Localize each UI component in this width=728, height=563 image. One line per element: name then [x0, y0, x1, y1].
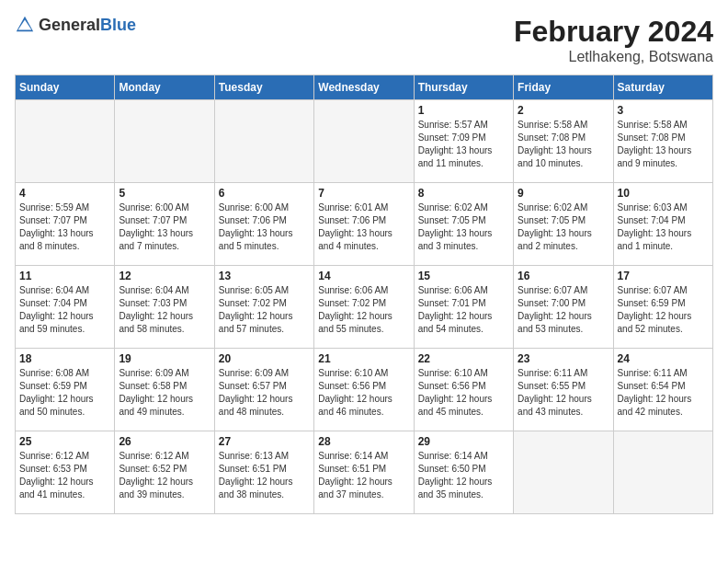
calendar-week-row: 11Sunrise: 6:04 AM Sunset: 7:04 PM Dayli…	[16, 266, 713, 349]
day-info: Sunrise: 6:00 AM Sunset: 7:06 PM Dayligh…	[219, 201, 310, 253]
day-info: Sunrise: 6:03 AM Sunset: 7:04 PM Dayligh…	[618, 201, 709, 253]
calendar-cell: 6Sunrise: 6:00 AM Sunset: 7:06 PM Daylig…	[214, 183, 313, 266]
calendar-cell: 15Sunrise: 6:06 AM Sunset: 7:01 PM Dayli…	[414, 266, 513, 349]
logo-blue: Blue	[100, 16, 136, 34]
day-number: 5	[119, 187, 210, 200]
calendar-week-row: 1Sunrise: 5:57 AM Sunset: 7:09 PM Daylig…	[16, 100, 713, 183]
day-info: Sunrise: 6:14 AM Sunset: 6:51 PM Dayligh…	[318, 450, 409, 501]
day-info: Sunrise: 5:58 AM Sunset: 7:08 PM Dayligh…	[518, 119, 609, 170]
day-info: Sunrise: 5:58 AM Sunset: 7:08 PM Dayligh…	[618, 119, 709, 170]
calendar-cell: 14Sunrise: 6:06 AM Sunset: 7:02 PM Dayli…	[314, 266, 414, 349]
day-number: 26	[119, 435, 210, 448]
calendar-cell: 7Sunrise: 6:01 AM Sunset: 7:06 PM Daylig…	[314, 183, 414, 266]
day-info: Sunrise: 6:11 AM Sunset: 6:54 PM Dayligh…	[618, 367, 709, 419]
calendar-cell	[314, 100, 414, 183]
day-info: Sunrise: 6:14 AM Sunset: 6:50 PM Dayligh…	[418, 450, 509, 501]
day-number: 14	[318, 270, 409, 282]
weekday-header: Sunday	[16, 75, 115, 100]
day-info: Sunrise: 6:02 AM Sunset: 7:05 PM Dayligh…	[518, 201, 609, 253]
calendar-cell: 24Sunrise: 6:11 AM Sunset: 6:54 PM Dayli…	[613, 349, 712, 431]
calendar-cell: 2Sunrise: 5:58 AM Sunset: 7:08 PM Daylig…	[514, 100, 613, 183]
day-info: Sunrise: 6:07 AM Sunset: 7:00 PM Dayligh…	[518, 284, 609, 336]
calendar-cell: 1Sunrise: 5:57 AM Sunset: 7:09 PM Daylig…	[414, 100, 513, 183]
day-info: Sunrise: 6:10 AM Sunset: 6:56 PM Dayligh…	[418, 367, 509, 419]
day-number: 4	[19, 187, 110, 200]
calendar-cell: 5Sunrise: 6:00 AM Sunset: 7:07 PM Daylig…	[115, 183, 214, 266]
day-number: 11	[19, 270, 110, 282]
day-number: 22	[418, 352, 509, 365]
day-info: Sunrise: 6:06 AM Sunset: 7:01 PM Dayligh…	[418, 284, 509, 336]
calendar-week-row: 18Sunrise: 6:08 AM Sunset: 6:59 PM Dayli…	[16, 349, 713, 431]
calendar-cell: 23Sunrise: 6:11 AM Sunset: 6:55 PM Dayli…	[514, 349, 613, 431]
calendar-cell: 26Sunrise: 6:12 AM Sunset: 6:52 PM Dayli…	[115, 431, 214, 514]
calendar-cell: 11Sunrise: 6:04 AM Sunset: 7:04 PM Dayli…	[16, 266, 115, 349]
day-number: 12	[119, 270, 210, 282]
calendar-cell: 22Sunrise: 6:10 AM Sunset: 6:56 PM Dayli…	[414, 349, 513, 431]
day-number: 2	[518, 104, 609, 117]
calendar-week-row: 4Sunrise: 5:59 AM Sunset: 7:07 PM Daylig…	[16, 183, 713, 266]
day-number: 1	[418, 104, 509, 117]
calendar-cell: 4Sunrise: 5:59 AM Sunset: 7:07 PM Daylig…	[16, 183, 115, 266]
calendar-cell: 8Sunrise: 6:02 AM Sunset: 7:05 PM Daylig…	[414, 183, 513, 266]
day-number: 18	[19, 352, 110, 365]
day-number: 28	[318, 435, 409, 448]
calendar-cell: 13Sunrise: 6:05 AM Sunset: 7:02 PM Dayli…	[214, 266, 313, 349]
logo: GeneralBlue	[15, 15, 136, 35]
calendar-cell	[115, 100, 214, 183]
title-block: February 2024 Letlhakeng, Botswana	[514, 15, 713, 65]
day-info: Sunrise: 6:09 AM Sunset: 6:57 PM Dayligh…	[219, 367, 310, 419]
calendar-cell: 28Sunrise: 6:14 AM Sunset: 6:51 PM Dayli…	[314, 431, 414, 514]
calendar-cell: 25Sunrise: 6:12 AM Sunset: 6:53 PM Dayli…	[16, 431, 115, 514]
calendar-cell: 17Sunrise: 6:07 AM Sunset: 6:59 PM Dayli…	[613, 266, 712, 349]
day-number: 8	[418, 187, 509, 200]
day-number: 6	[219, 187, 310, 200]
day-number: 23	[518, 352, 609, 365]
day-info: Sunrise: 6:02 AM Sunset: 7:05 PM Dayligh…	[418, 201, 509, 253]
logo-icon	[15, 15, 35, 35]
weekday-header: Wednesday	[314, 75, 414, 100]
day-number: 19	[119, 352, 210, 365]
svg-marker-1	[18, 20, 32, 30]
day-info: Sunrise: 6:12 AM Sunset: 6:53 PM Dayligh…	[19, 450, 110, 501]
calendar-cell: 29Sunrise: 6:14 AM Sunset: 6:50 PM Dayli…	[414, 431, 513, 514]
calendar-cell: 16Sunrise: 6:07 AM Sunset: 7:00 PM Dayli…	[514, 266, 613, 349]
day-info: Sunrise: 6:06 AM Sunset: 7:02 PM Dayligh…	[318, 284, 409, 336]
day-number: 9	[518, 187, 609, 200]
day-number: 27	[219, 435, 310, 448]
calendar-cell: 20Sunrise: 6:09 AM Sunset: 6:57 PM Dayli…	[214, 349, 313, 431]
calendar-cell: 12Sunrise: 6:04 AM Sunset: 7:03 PM Dayli…	[115, 266, 214, 349]
day-info: Sunrise: 6:04 AM Sunset: 7:04 PM Dayligh…	[19, 284, 110, 336]
day-number: 7	[318, 187, 409, 200]
day-number: 21	[318, 352, 409, 365]
weekday-header: Tuesday	[214, 75, 313, 100]
location: Letlhakeng, Botswana	[514, 49, 713, 65]
day-info: Sunrise: 6:07 AM Sunset: 6:59 PM Dayligh…	[618, 284, 709, 336]
calendar-week-row: 25Sunrise: 6:12 AM Sunset: 6:53 PM Dayli…	[16, 431, 713, 514]
weekday-header: Saturday	[613, 75, 712, 100]
day-info: Sunrise: 6:08 AM Sunset: 6:59 PM Dayligh…	[19, 367, 110, 419]
calendar-cell: 10Sunrise: 6:03 AM Sunset: 7:04 PM Dayli…	[613, 183, 712, 266]
day-info: Sunrise: 6:12 AM Sunset: 6:52 PM Dayligh…	[119, 450, 210, 501]
day-info: Sunrise: 6:09 AM Sunset: 6:58 PM Dayligh…	[119, 367, 210, 419]
day-number: 24	[618, 352, 709, 365]
day-info: Sunrise: 6:10 AM Sunset: 6:56 PM Dayligh…	[318, 367, 409, 419]
calendar-cell: 21Sunrise: 6:10 AM Sunset: 6:56 PM Dayli…	[314, 349, 414, 431]
day-info: Sunrise: 5:57 AM Sunset: 7:09 PM Dayligh…	[418, 119, 509, 170]
day-info: Sunrise: 6:13 AM Sunset: 6:51 PM Dayligh…	[219, 450, 310, 501]
day-number: 13	[219, 270, 310, 282]
weekday-header: Monday	[115, 75, 214, 100]
calendar-header-row: SundayMondayTuesdayWednesdayThursdayFrid…	[16, 75, 713, 100]
calendar-cell: 18Sunrise: 6:08 AM Sunset: 6:59 PM Dayli…	[16, 349, 115, 431]
day-number: 16	[518, 270, 609, 282]
day-info: Sunrise: 6:11 AM Sunset: 6:55 PM Dayligh…	[518, 367, 609, 419]
calendar-cell: 9Sunrise: 6:02 AM Sunset: 7:05 PM Daylig…	[514, 183, 613, 266]
day-info: Sunrise: 5:59 AM Sunset: 7:07 PM Dayligh…	[19, 201, 110, 253]
day-number: 15	[418, 270, 509, 282]
calendar-table: SundayMondayTuesdayWednesdayThursdayFrid…	[15, 75, 713, 514]
calendar-cell	[613, 431, 712, 514]
calendar-cell: 27Sunrise: 6:13 AM Sunset: 6:51 PM Dayli…	[214, 431, 313, 514]
day-number: 17	[618, 270, 709, 282]
calendar-cell: 19Sunrise: 6:09 AM Sunset: 6:58 PM Dayli…	[115, 349, 214, 431]
calendar-cell: 3Sunrise: 5:58 AM Sunset: 7:08 PM Daylig…	[613, 100, 712, 183]
page-header: GeneralBlue February 2024 Letlhakeng, Bo…	[15, 15, 713, 65]
